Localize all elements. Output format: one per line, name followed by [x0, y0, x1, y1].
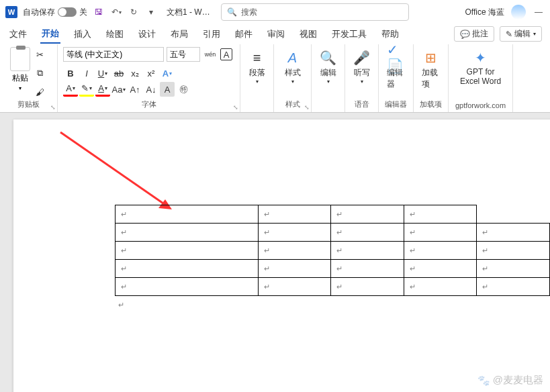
highlight-icon[interactable]: ✎▾	[79, 82, 94, 97]
clipboard-launcher-icon[interactable]: ⤡	[50, 104, 56, 111]
strike-icon[interactable]: ab	[111, 66, 126, 81]
tab-layout[interactable]: 布局	[169, 26, 189, 43]
tab-developer[interactable]: 开发工具	[330, 26, 368, 43]
tab-references[interactable]: 引用	[201, 26, 222, 43]
table-cell: ↵	[477, 242, 550, 260]
find-icon: 🔍	[319, 48, 338, 67]
editor-button[interactable]: ✓📄 编辑器	[383, 47, 410, 91]
table-cell: ↵	[331, 278, 404, 296]
table-cell: ↵	[404, 205, 477, 224]
copy-icon[interactable]: ⧉	[33, 66, 48, 81]
microphone-icon: 🎤	[353, 48, 371, 67]
font-size-select[interactable]	[167, 47, 200, 62]
document-title: 文档1 - W…	[167, 7, 210, 18]
tab-file[interactable]: 文件	[8, 26, 28, 43]
paw-icon: 🐾	[477, 375, 490, 387]
table-cell: ↵	[477, 260, 550, 278]
minimize-icon[interactable]: —	[533, 6, 545, 18]
table-cell: ↵	[331, 205, 404, 224]
save-icon[interactable]: 🖫	[93, 6, 105, 18]
paragraph-button[interactable]: ≡ 段落▾	[244, 47, 271, 86]
table-row: ↵↵↵↵↵	[116, 224, 550, 242]
search-placeholder: 搜索	[241, 7, 257, 18]
shrink-font-icon[interactable]: A↓	[144, 82, 158, 97]
enclose-char-icon[interactable]: ㊕	[176, 82, 191, 97]
account-name[interactable]: Office 海蓝	[465, 7, 504, 18]
bold-icon[interactable]: B	[63, 66, 78, 81]
cut-icon[interactable]: ✂	[33, 47, 48, 62]
table-cell: ↵	[404, 260, 477, 278]
tab-insert[interactable]: 插入	[73, 26, 93, 43]
change-case-icon[interactable]: Aa▾	[111, 82, 126, 97]
tab-mail[interactable]: 邮件	[234, 26, 254, 43]
dictate-button[interactable]: 🎤 听写▾	[349, 47, 375, 86]
clipboard-icon	[10, 47, 30, 71]
format-painter-icon[interactable]: 🖌	[33, 85, 48, 99]
addins-icon: ⊞	[422, 48, 441, 67]
addins-button[interactable]: ⊞ 加载项	[418, 47, 445, 91]
gpt-button[interactable]: ✦ GPT for Excel Word	[456, 47, 505, 87]
table-row: ↵↵↵↵↵	[116, 242, 550, 260]
styles-button[interactable]: A 样式▾	[279, 47, 306, 86]
tab-design[interactable]: 设计	[137, 26, 157, 43]
table-cell: ↵	[116, 205, 259, 224]
search-input[interactable]: 🔍 搜索	[221, 3, 409, 21]
tab-draw[interactable]: 绘图	[105, 26, 125, 43]
table-cell: ↵	[116, 260, 259, 278]
table-cell: ↵	[258, 278, 331, 296]
table-cell: ↵	[477, 278, 550, 296]
paragraph-mark: ↵	[118, 301, 124, 309]
tab-review[interactable]: 审阅	[266, 26, 286, 43]
autosave-toggle[interactable]: 自动保存 关	[23, 7, 87, 18]
table-cell: ↵	[116, 278, 259, 296]
table-cell: ↵	[404, 242, 477, 260]
clear-format-icon[interactable]: A	[160, 82, 175, 97]
phonetic-guide-icon[interactable]: wén	[203, 47, 218, 62]
table-cell: ↵	[331, 224, 404, 242]
table-cell: ↵	[116, 242, 259, 260]
paste-button[interactable]: 粘贴 ▾	[10, 47, 30, 91]
table-cell: ↵	[258, 205, 331, 224]
char-border-icon[interactable]: A	[220, 48, 232, 60]
italic-icon[interactable]: I	[79, 66, 94, 81]
table-cell: ↵	[116, 224, 259, 242]
font-launcher-icon[interactable]: ⤡	[233, 104, 238, 111]
table-cell: ↵	[404, 278, 477, 296]
underline-icon[interactable]: U▾	[95, 66, 110, 81]
superscript-icon[interactable]: x²	[144, 66, 158, 81]
char-shading-icon[interactable]: A▾	[95, 82, 110, 97]
editing-button[interactable]: 🔍 编辑▾	[315, 47, 342, 86]
font-name-select[interactable]	[63, 47, 164, 62]
tab-view[interactable]: 视图	[298, 26, 318, 43]
autosave-label: 自动保存	[23, 7, 55, 18]
avatar[interactable]	[511, 5, 526, 19]
text-effects-icon[interactable]: A▾	[160, 66, 175, 81]
font-group-label: 字体	[142, 99, 156, 111]
addins-group-label: 加载项	[420, 99, 442, 111]
table-row: ↵↵↵↵	[116, 205, 550, 224]
styles-icon: A	[283, 48, 302, 67]
autosave-state: 关	[79, 7, 87, 18]
undo-icon[interactable]: ↶▾	[110, 6, 122, 18]
clipboard-group-label: 剪贴板	[17, 99, 40, 111]
gpt-icon: ✦	[471, 48, 490, 67]
table-row: ↵↵↵↵↵	[116, 278, 550, 296]
redo-icon[interactable]: ↻	[128, 6, 140, 18]
tab-help[interactable]: 帮助	[380, 26, 400, 43]
styles-group-label: 样式	[285, 99, 300, 111]
document-table[interactable]: ↵↵↵↵ ↵↵↵↵↵ ↵↵↵↵↵ ↵↵↵↵↵ ↵↵↵↵↵	[115, 205, 550, 296]
editor-group-label: 编辑器	[385, 99, 407, 111]
grow-font-icon[interactable]: A↑	[128, 82, 142, 97]
font-color-icon[interactable]: A▾	[63, 82, 78, 97]
comment-button[interactable]: 💬批注	[454, 26, 494, 42]
table-cell: ↵	[258, 224, 331, 242]
table-cell: ↵	[258, 242, 331, 260]
styles-launcher-icon[interactable]: ⤡	[304, 104, 310, 111]
subscript-icon[interactable]: x₂	[128, 66, 142, 81]
search-icon: 🔍	[227, 7, 237, 17]
qat-dropdown-icon[interactable]: ▾	[145, 6, 157, 18]
edit-mode-button[interactable]: ✎编辑▾	[500, 26, 542, 42]
table-cell: ↵	[331, 242, 404, 260]
tab-home[interactable]: 开始	[40, 25, 60, 44]
watermark: 🐾 @麦麦电器	[477, 374, 543, 387]
